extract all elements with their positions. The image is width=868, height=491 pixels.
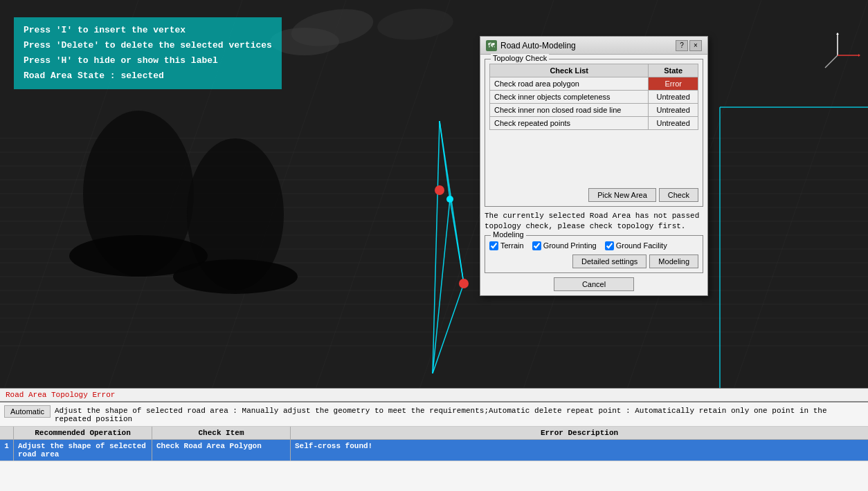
modeling-checkboxes: Terrain Ground Printing Ground Facility: [489, 241, 698, 250]
check-table-empty-space: [489, 130, 698, 185]
dialog-title-left: 🗺 Road Auto-Modeling: [486, 40, 576, 51]
modeling-label: Modeling: [491, 230, 526, 239]
dialog-title-text: Road Auto-Modeling: [500, 41, 576, 50]
col-recommended-operation-header: Recommended Operation: [14, 427, 152, 439]
auto-row: Automatic Adjust the shape of selected r…: [0, 402, 868, 427]
dialog-close-button[interactable]: ×: [689, 40, 702, 51]
hint-line-3: Press 'H' to hide or show this label: [24, 53, 272, 68]
dialog-titlebar: 🗺 Road Auto-Modeling ? ×: [480, 37, 707, 55]
dialog-title-controls[interactable]: ? ×: [676, 40, 702, 51]
status-bar: Road Area Topology Error: [0, 388, 868, 401]
col-state: State: [649, 64, 698, 77]
hint-box: Press 'I' to insert the vertex Press 'De…: [14, 17, 282, 89]
cancel-button[interactable]: Cancel: [554, 277, 634, 291]
col-error-description-header: Error Description: [291, 427, 868, 439]
check-item-cell: Check inner non closed road side line: [490, 104, 649, 117]
col-checklist: Check List: [490, 64, 649, 77]
col-check-item-header: Check Item: [152, 427, 291, 439]
road-auto-modeling-dialog: 🗺 Road Auto-Modeling ? × Topology Check …: [480, 36, 708, 296]
col-num-header: [0, 427, 14, 439]
svg-point-28: [173, 259, 298, 294]
ground-printing-checkbox[interactable]: [532, 241, 541, 250]
check-buttons-row: Pick New Area Check: [489, 188, 698, 202]
modeling-button[interactable]: Modeling: [649, 254, 698, 268]
modeling-group: Modeling Terrain Ground Printing Ground …: [485, 235, 703, 273]
svg-point-37: [446, 196, 453, 203]
ground-facility-label: Ground Facility: [616, 241, 667, 250]
modeling-buttons-row: Detailed settings Modeling: [489, 254, 698, 268]
svg-point-36: [459, 279, 469, 288]
ground-facility-checkbox[interactable]: [605, 241, 614, 250]
ground-printing-label: Ground Printing: [543, 241, 597, 250]
hint-line-4: Road Area State : selected: [24, 68, 272, 84]
row-recommended-operation: Adjust the shape of selected road area: [14, 440, 152, 461]
terrain-checkbox-item[interactable]: Terrain: [489, 241, 524, 250]
pick-new-area-button[interactable]: Pick New Area: [588, 188, 656, 202]
check-table: Check List State Check road area polygon…: [489, 64, 698, 130]
table-row[interactable]: 1Adjust the shape of selected road areaC…: [0, 440, 868, 461]
check-table-row: Check inner non closed road side lineUnt…: [490, 104, 698, 117]
dialog-icon: 🗺: [486, 40, 497, 51]
hint-line-2: Press 'Delete' to delete the selected ve…: [24, 38, 272, 53]
terrain-checkbox[interactable]: [489, 241, 498, 250]
row-num: 1: [0, 440, 14, 461]
state-cell: Untreated: [649, 91, 698, 104]
hint-line-1: Press 'I' to insert the vertex: [24, 23, 272, 38]
bottom-panel: Automatic Adjust the shape of selected r…: [0, 401, 868, 491]
ground-printing-checkbox-item[interactable]: Ground Printing: [532, 241, 597, 250]
auto-badge: Automatic: [4, 405, 51, 418]
state-cell: Error: [649, 77, 698, 91]
warning-text: The currently selected Road Area has not…: [485, 211, 703, 232]
row-check-item: Check Road Area Polygon: [152, 440, 291, 461]
topology-check-group: Topology Check Check List State Check ro…: [485, 59, 703, 207]
viewport: Press 'I' to insert the vertex Press 'De…: [0, 0, 868, 401]
check-item-cell: Check inner objects completeness: [490, 91, 649, 104]
detailed-settings-button[interactable]: Detailed settings: [572, 254, 647, 268]
check-table-row: Check road area polygonError: [490, 77, 698, 91]
row-error-description: Self-cross found!: [291, 440, 868, 461]
state-cell: Untreated: [649, 117, 698, 130]
status-text: Road Area Topology Error: [6, 391, 115, 399]
dialog-body: Topology Check Check List State Check ro…: [480, 55, 707, 295]
check-table-row: Check inner objects completenessUntreate…: [490, 91, 698, 104]
check-table-row: Check repeated pointsUntreated: [490, 117, 698, 130]
dialog-help-button[interactable]: ?: [676, 40, 688, 51]
check-button[interactable]: Check: [659, 188, 698, 202]
terrain-label: Terrain: [500, 241, 524, 250]
svg-point-35: [435, 185, 444, 195]
ground-facility-checkbox-item[interactable]: Ground Facility: [605, 241, 667, 250]
bottom-table-header: Recommended Operation Check Item Error D…: [0, 427, 868, 440]
auto-description: Adjust the shape of selected road area :…: [55, 405, 864, 423]
bottom-table-rows: 1Adjust the shape of selected road areaC…: [0, 440, 868, 461]
check-item-cell: Check repeated points: [490, 117, 649, 130]
cancel-row: Cancel: [485, 277, 703, 291]
state-cell: Untreated: [649, 104, 698, 117]
topology-check-label: Topology Check: [491, 54, 549, 62]
check-item-cell: Check road area polygon: [490, 77, 649, 91]
